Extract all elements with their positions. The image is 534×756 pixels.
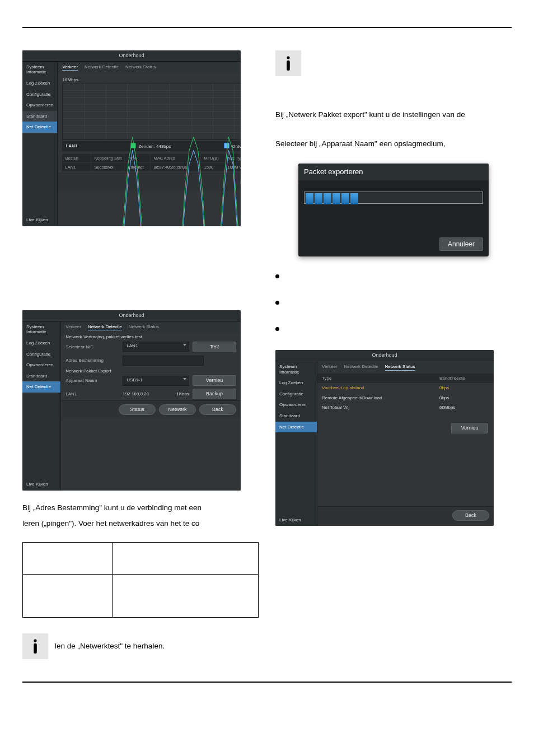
nvr-sidebar: Systeem Informatie Log Zoeken Configurat… (22, 62, 58, 226)
bullet-item (275, 324, 512, 331)
sidebar-item[interactable]: Systeem Informatie (22, 62, 57, 78)
bullet-item (275, 297, 512, 305)
popup-title: Packet exporteren (298, 164, 489, 180)
body-text: leren („pingen"). Voer het netwerkadres … (22, 519, 259, 529)
status-table: TypeBandbreedte Voorbeeld op afstand0bps… (317, 374, 494, 413)
nvr-title: Onderhoud (275, 350, 494, 361)
nvr-sidebar: Systeem Informatie Log Zoeken Configurat… (22, 321, 61, 491)
sidebar-item[interactable]: Log Zoeken (22, 338, 60, 349)
tab-status[interactable]: Netwerk Status (385, 364, 415, 371)
body-text: Bij „Netwerk Pakket export" kunt u de in… (275, 110, 512, 120)
tab-status[interactable]: Netwerk Status (129, 324, 159, 331)
svg-rect-3 (287, 60, 290, 71)
lan-row: LAN1 192.168.0.28 1Kbps Backup (61, 388, 241, 400)
doc-table (22, 542, 259, 618)
tab-detectie[interactable]: Netwerk Detectie (344, 364, 378, 371)
back-button[interactable]: Back (199, 404, 236, 415)
svg-point-0 (34, 640, 36, 642)
sidebar-item[interactable]: Opwaarderen (275, 399, 317, 410)
sidebar-item[interactable]: Standaard (275, 410, 317, 422)
chart-ylabel: 16Mbps (62, 77, 78, 83)
cancel-button[interactable]: Annuleer (439, 237, 483, 251)
tab-status[interactable]: Netwerk Status (125, 64, 156, 71)
device-name-select[interactable]: USB1-1 (123, 376, 189, 386)
live-view-link[interactable]: Live Kijken (279, 517, 301, 523)
body-text: Bij „Adres Bestemming" kunt u de verbind… (22, 503, 259, 513)
nvr-screenshot-status: Onderhoud Systeem Informatie Log Zoeken … (275, 350, 494, 526)
sidebar-item[interactable]: Opwaarderen (22, 100, 57, 111)
label-dest-addr: Adres Bestemming (65, 358, 119, 363)
body-text: Selecteer bij „Apparaat Naam" een opslag… (275, 139, 512, 149)
dest-address-input[interactable] (123, 356, 204, 366)
tab-verkeer[interactable]: Verkeer (62, 64, 78, 71)
label-select-nic: Selecteer NIC (65, 344, 119, 350)
sidebar-item[interactable]: Systeem Informatie (22, 321, 60, 338)
backup-button[interactable]: Backup (193, 389, 236, 399)
select-nic[interactable]: LAN1 (123, 342, 189, 352)
nvr-title: Onderhoud (22, 50, 241, 62)
sidebar-item[interactable]: Configuratie (22, 89, 57, 100)
refresh-button[interactable]: Vernieu (193, 375, 236, 386)
traffic-chart (62, 83, 241, 140)
nvr-screenshot-traffic: Onderhoud Systeem Informatie Log Zoeken … (22, 50, 241, 226)
test-button[interactable]: Test (193, 342, 236, 352)
sidebar-item[interactable]: Log Zoeken (22, 78, 57, 89)
svg-rect-1 (34, 643, 37, 654)
live-view-link[interactable]: Live Kijken (26, 217, 48, 223)
sidebar-item-net-detect[interactable]: Net Detectie (275, 422, 317, 433)
label-device-name: Apparaat Naam (65, 378, 119, 384)
bullet-list (275, 271, 512, 331)
nvr-screenshot-detect: Onderhoud Systeem Informatie Log Zoeken … (22, 310, 241, 491)
status-button[interactable]: Status (119, 404, 156, 415)
sidebar-item[interactable]: Configuratie (22, 349, 60, 360)
tab-detectie[interactable]: Netwerk Detectie (85, 64, 119, 71)
sidebar-item[interactable]: Standaard (22, 111, 57, 122)
sidebar-item[interactable]: Opwaarderen (22, 360, 60, 371)
back-button[interactable]: Back (452, 510, 489, 521)
svg-point-2 (287, 56, 289, 59)
section-delay: Netwerk Vertraging, pakket verlies test (61, 333, 241, 340)
tab-detectie[interactable]: Netwerk Detectie (88, 324, 122, 331)
sidebar-item[interactable]: Configuratie (275, 389, 317, 400)
nvr-tabs: Verkeer Netwerk Detectie Netwerk Status (58, 62, 241, 74)
live-view-link[interactable]: Live Kijken (26, 482, 48, 487)
bullet-item (275, 271, 512, 278)
sidebar-item-net-detect[interactable]: Net Detectie (22, 122, 57, 133)
network-button[interactable]: Netwerk (159, 404, 196, 415)
nvr-title: Onderhoud (22, 310, 241, 321)
tab-verkeer[interactable]: Verkeer (322, 364, 338, 371)
sidebar-item[interactable]: Log Zoeken (275, 377, 317, 389)
sidebar-item[interactable]: Systeem Informatie (275, 361, 317, 377)
info-icon (275, 50, 301, 76)
packet-export-popup: Packet exporteren Annuleer (298, 164, 489, 256)
info-icon (22, 633, 48, 659)
section-export: Netwerk Pakket Export (61, 367, 241, 374)
progress-bar (304, 192, 483, 204)
note-text: len de „Netwerktest" te herhalen. (55, 641, 165, 651)
refresh-button[interactable]: Vernieu (451, 423, 488, 433)
tab-verkeer[interactable]: Verkeer (65, 324, 81, 331)
sidebar-item[interactable]: Standaard (22, 371, 60, 382)
sidebar-item-net-detect[interactable]: Net Detectie (22, 381, 60, 393)
